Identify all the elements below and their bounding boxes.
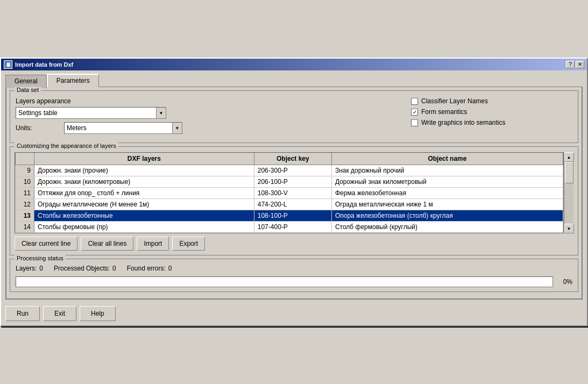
row-num: 12 xyxy=(16,199,34,210)
layers-status-value: 0 xyxy=(39,265,43,272)
row-dxf: Столбы железобетонные xyxy=(34,210,254,222)
progress-label: 0% xyxy=(556,278,572,286)
table-row[interactable]: 14Столбы фермовые (пр)107-400-PСтолб фер… xyxy=(16,222,563,233)
row-num: 10 xyxy=(16,176,34,188)
classifier-label: Classifier Layer Names xyxy=(421,97,488,105)
dataset-group: Data set Layers appearance Settings tabl… xyxy=(10,90,578,143)
row-key: 206-100-P xyxy=(254,176,331,188)
help-btn[interactable]: Help xyxy=(80,306,116,321)
errors-status-label: Found errors: xyxy=(127,265,166,272)
col-num xyxy=(16,153,34,165)
col-key: Object key xyxy=(254,153,331,165)
units-dropdown[interactable]: Meters ▼ xyxy=(64,122,182,134)
tab-parameters[interactable]: Parameters xyxy=(47,74,99,87)
main-window: 📋 Import data from Dxf ? ✕ General Param… xyxy=(0,58,588,326)
dataset-group-title: Data set xyxy=(15,87,41,93)
progress-row: 0% xyxy=(16,276,572,287)
processed-status-value: 0 xyxy=(112,265,116,272)
units-row: Units: Meters ▼ xyxy=(16,122,411,134)
scrollbar-down-btn[interactable]: ▼ xyxy=(564,224,574,233)
title-bar: 📋 Import data from Dxf ? ✕ xyxy=(1,59,587,70)
write-graphics-label: Write graphics into semantics xyxy=(421,119,506,126)
title-buttons: ? ✕ xyxy=(566,61,584,68)
layers-group: Customizing the appearance of layers DXF… xyxy=(10,146,578,255)
settings-dropdown-arrow: ▼ xyxy=(156,108,166,118)
scrollbar-thumb[interactable] xyxy=(565,162,573,183)
export-btn[interactable]: Export xyxy=(172,237,205,251)
progress-bar xyxy=(16,276,553,287)
layers-appearance-label: Layers appearance xyxy=(16,97,71,105)
status-row: Layers: 0 Processed Objects: 0 Found err… xyxy=(16,265,572,272)
row-key: 107-400-P xyxy=(254,222,331,233)
title-bar-left: 📋 Import data from Dxf xyxy=(4,60,73,69)
layers-status: Layers: 0 xyxy=(16,265,43,272)
row-name: Ограда металлическая ниже 1 м xyxy=(331,199,563,210)
classifier-row: Classifier Layer Names xyxy=(411,97,572,105)
tabs-container: General Parameters xyxy=(5,74,583,87)
row-dxf: Столбы фермовые (пр) xyxy=(34,222,254,233)
row-dxf: Оттяжки для опор_ столб + линия xyxy=(34,188,254,199)
dataset-left: Layers appearance Settings table ▼ Units… xyxy=(16,97,411,137)
classifier-checkbox[interactable] xyxy=(411,98,418,105)
table-scroll-container: DXF layers Object key Object name 9Дорож… xyxy=(15,152,573,233)
col-name: Object name xyxy=(331,153,563,165)
processing-status-group: Processing status Layers: 0 Processed Ob… xyxy=(10,259,578,292)
form-semantics-row: Form semantics xyxy=(411,108,572,116)
write-graphics-row: Write graphics into semantics xyxy=(411,119,572,126)
clear-all-btn[interactable]: Clear all lines xyxy=(81,237,133,251)
units-dropdown-text: Meters xyxy=(65,124,172,132)
row-key: 474-200-L xyxy=(254,199,331,210)
processed-status-label: Processed Objects: xyxy=(54,265,110,272)
window-body: General Parameters Data set Layers appea… xyxy=(1,70,587,304)
row-dxf: Дорожн. знаки (прочие) xyxy=(34,165,254,176)
errors-status: Found errors: 0 xyxy=(127,265,172,272)
table-row[interactable]: 11Оттяжки для опор_ столб + линия108-300… xyxy=(16,188,563,199)
settings-dropdown-text: Settings table xyxy=(16,109,156,117)
footer: Run Exit Help xyxy=(1,304,587,325)
status-group-title: Processing status xyxy=(15,255,66,261)
exit-btn[interactable]: Exit xyxy=(43,306,76,321)
table-row[interactable]: 9Дорожн. знаки (прочие)206-300-PЗнак дор… xyxy=(16,165,563,176)
action-buttons: Clear current line Clear all lines Impor… xyxy=(15,237,573,251)
settings-dropdown[interactable]: Settings table ▼ xyxy=(16,107,166,119)
row-num: 9 xyxy=(16,165,34,176)
form-semantics-checkbox[interactable] xyxy=(411,109,418,116)
processed-status: Processed Objects: 0 xyxy=(54,265,116,272)
tab-content-area: Data set Layers appearance Settings tabl… xyxy=(5,87,583,300)
settings-row: Settings table ▼ xyxy=(16,107,411,119)
table-main: DXF layers Object key Object name 9Дорож… xyxy=(15,152,564,233)
layers-table: DXF layers Object key Object name 9Дорож… xyxy=(15,153,563,233)
help-title-btn[interactable]: ? xyxy=(566,61,575,68)
form-semantics-label: Form semantics xyxy=(421,108,467,116)
window-icon: 📋 xyxy=(4,60,12,69)
row-name: Знак дорожный прочий xyxy=(331,165,563,176)
table-row[interactable]: 13Столбы железобетонные108-100-PОпора же… xyxy=(16,210,563,222)
row-name: Дорожный знак километровый xyxy=(331,176,563,188)
row-dxf: Дорожн. знаки (километровые) xyxy=(34,176,254,188)
row-name: Опора железобетонная (столб) круглая xyxy=(331,210,563,222)
clear-current-btn[interactable]: Clear current line xyxy=(15,237,77,251)
col-dxf: DXF layers xyxy=(34,153,254,165)
layers-group-title: Customizing the appearance of layers xyxy=(15,143,118,149)
row-name: Столб фермовый (круглый) xyxy=(331,222,563,233)
write-graphics-checkbox[interactable] xyxy=(411,119,418,126)
close-title-btn[interactable]: ✕ xyxy=(576,61,584,68)
table-row[interactable]: 10Дорожн. знаки (километровые)206-100-PД… xyxy=(16,176,563,188)
row-num: 14 xyxy=(16,222,34,233)
window-title: Import data from Dxf xyxy=(15,61,73,68)
table-container: DXF layers Object key Object name 9Дорож… xyxy=(15,152,564,233)
row-num: 13 xyxy=(16,210,34,222)
run-btn[interactable]: Run xyxy=(5,306,40,321)
units-dropdown-arrow: ▼ xyxy=(172,123,182,133)
row-num: 11 xyxy=(16,188,34,199)
scrollbar-up-btn[interactable]: ▲ xyxy=(564,152,574,162)
import-btn[interactable]: Import xyxy=(137,237,169,251)
table-scrollbar[interactable]: ▲ ▼ xyxy=(564,152,573,233)
table-row[interactable]: 12Ограды металлические (Н менее 1м)474-2… xyxy=(16,199,563,210)
row-dxf: Ограды металлические (Н менее 1м) xyxy=(34,199,254,210)
dataset-right: Classifier Layer Names Form semantics Wr… xyxy=(411,97,572,130)
row-key: 108-300-V xyxy=(254,188,331,199)
row-name: Ферма железобетонная xyxy=(331,188,563,199)
errors-status-value: 0 xyxy=(168,265,172,272)
dataset-inner: Layers appearance Settings table ▼ Units… xyxy=(16,97,572,137)
